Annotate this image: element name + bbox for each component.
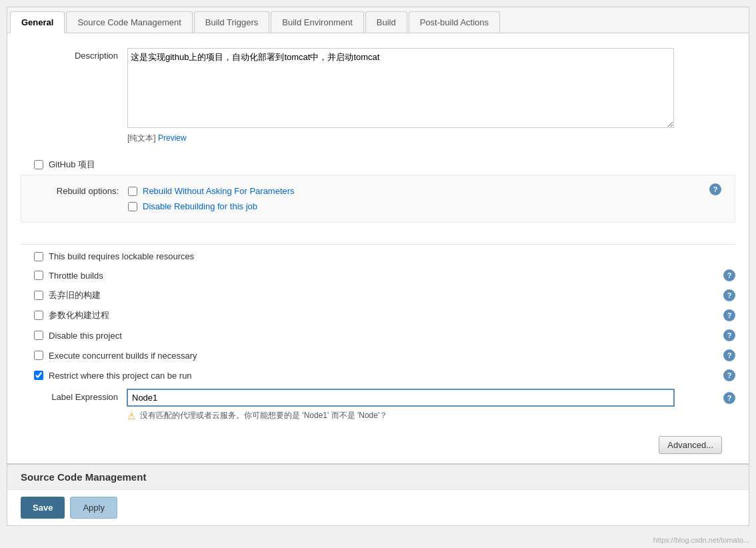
disable-project-checkbox[interactable] xyxy=(34,331,43,340)
discard-old-builds-help-icon[interactable]: ? xyxy=(723,289,735,301)
rebuild-option-2-row: Disable Rebuilding for this job xyxy=(128,199,709,214)
throttle-builds-label: Throttle builds xyxy=(49,271,103,281)
save-button[interactable]: Save xyxy=(21,497,65,519)
github-project-checkbox[interactable] xyxy=(34,160,43,169)
advanced-row: Advanced... xyxy=(21,436,735,454)
parameterize-build-label: 参数化构建过程 xyxy=(49,309,109,321)
concurrent-builds-help-icon[interactable]: ? xyxy=(723,349,735,361)
discard-old-builds-label: 丢弃旧的构建 xyxy=(49,289,101,301)
rich-text-links: [纯文本] Preview xyxy=(127,133,735,144)
parameterize-build-row: 参数化构建过程 ? xyxy=(21,305,735,325)
concurrent-builds-row: Execute concurrent builds if necessary ? xyxy=(21,345,735,365)
warning-icon: ⚠ xyxy=(127,411,136,421)
warning-text: 没有匹配的代理或者云服务。你可能想要的是 'Node1' 而不是 'Node'？ xyxy=(140,410,387,421)
parameterize-build-checkbox[interactable] xyxy=(34,311,43,320)
throttle-builds-help-icon[interactable]: ? xyxy=(723,269,735,281)
disable-project-help-icon[interactable]: ? xyxy=(723,329,735,341)
rebuild-help-icon[interactable]: ? xyxy=(709,183,721,195)
tab-build[interactable]: Build xyxy=(365,11,407,33)
rebuild-option-1-row: Rebuild Without Asking For Parameters xyxy=(128,183,709,199)
rebuild-help-area: ? xyxy=(709,183,735,195)
throttle-builds-row: Throttle builds ? xyxy=(21,265,735,285)
bottom-buttons: Save Apply xyxy=(7,489,749,525)
description-textarea[interactable] xyxy=(127,48,674,128)
advanced-button[interactable]: Advanced... xyxy=(659,436,722,454)
checkboxes-section: This build requires lockable resources T… xyxy=(7,239,749,457)
general-content: Description [纯文本] Preview GitHub 项目 Rebu… xyxy=(7,33,749,239)
label-expression-input[interactable] xyxy=(127,389,674,406)
label-expression-control: ⚠ 没有匹配的代理或者云服务。你可能想要的是 'Node1' 而不是 'Node… xyxy=(127,389,718,421)
rebuild-label-row: Rebuild options: Rebuild Without Asking … xyxy=(21,181,735,217)
description-label: Description xyxy=(21,48,127,61)
tab-post-build[interactable]: Post-build Actions xyxy=(409,11,500,33)
tab-bar: General Source Code Management Build Tri… xyxy=(7,7,749,33)
discard-old-builds-checkbox[interactable] xyxy=(34,291,43,300)
plain-text-label[interactable]: [纯文本] xyxy=(127,133,156,143)
label-expression-help-icon[interactable]: ? xyxy=(723,392,735,404)
discard-old-builds-row: 丢弃旧的构建 ? xyxy=(21,285,735,305)
restrict-where-label: Restrict where this project can be run xyxy=(49,371,192,381)
warning-row: ⚠ 没有匹配的代理或者云服务。你可能想要的是 'Node1' 而不是 'Node… xyxy=(127,410,718,421)
rebuild-section: Rebuild options: Rebuild Without Asking … xyxy=(21,175,735,223)
rebuild-label: Rebuild options: xyxy=(21,183,128,196)
github-project-label: GitHub 项目 xyxy=(49,159,95,171)
disable-project-row: Disable this project ? xyxy=(21,325,735,345)
lockable-resources-label: This build requires lockable resources xyxy=(49,251,194,261)
restrict-where-checkbox[interactable] xyxy=(34,371,43,380)
restrict-where-row: Restrict where this project can be run ? xyxy=(21,365,735,385)
disable-project-label: Disable this project xyxy=(49,331,122,341)
label-expression-row: Label Expression ⚠ 没有匹配的代理或者云服务。你可能想要的是 … xyxy=(21,385,735,425)
source-code-section-header: Source Code Management xyxy=(7,463,749,489)
lockable-resources-checkbox[interactable] xyxy=(34,252,43,261)
description-row: Description [纯文本] Preview xyxy=(21,44,735,148)
tab-build-environment[interactable]: Build Environment xyxy=(271,11,364,33)
throttle-builds-checkbox[interactable] xyxy=(34,271,43,280)
description-control: [纯文本] Preview xyxy=(127,48,735,144)
tab-build-triggers[interactable]: Build Triggers xyxy=(194,11,269,33)
rebuild-option-1-label: Rebuild Without Asking For Parameters xyxy=(143,186,295,196)
concurrent-builds-checkbox[interactable] xyxy=(34,351,43,360)
preview-link[interactable]: Preview xyxy=(158,133,187,143)
tab-source-code[interactable]: Source Code Management xyxy=(66,11,192,33)
rebuild-option-2-checkbox[interactable] xyxy=(128,202,137,211)
parameterize-build-help-icon[interactable]: ? xyxy=(723,309,735,321)
restrict-where-help-icon[interactable]: ? xyxy=(723,369,735,381)
label-expression-label: Label Expression xyxy=(21,389,127,402)
rebuild-option-1-checkbox[interactable] xyxy=(128,187,137,196)
github-project-row: GitHub 项目 xyxy=(21,155,735,175)
rebuild-option-2-label: Disable Rebuilding for this job xyxy=(143,201,257,211)
rebuild-options-group: Rebuild Without Asking For Parameters Di… xyxy=(128,183,709,214)
lockable-resources-row: This build requires lockable resources xyxy=(21,247,735,265)
tab-general[interactable]: General xyxy=(10,11,65,33)
concurrent-builds-label: Execute concurrent builds if necessary xyxy=(49,351,197,361)
apply-button[interactable]: Apply xyxy=(70,497,117,519)
